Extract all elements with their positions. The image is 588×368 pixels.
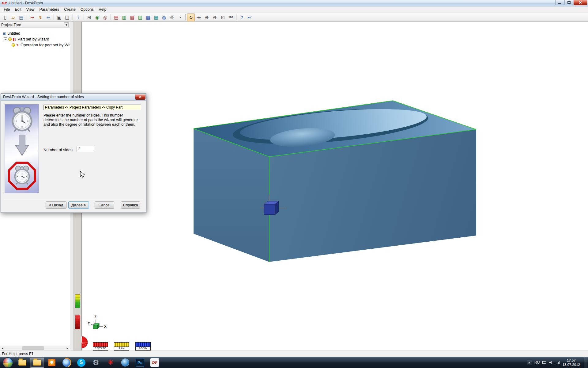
load-geometry-button[interactable]: ↦ bbox=[28, 13, 36, 21]
menu-edit[interactable]: Edit bbox=[12, 6, 24, 13]
view-rendered-button[interactable]: ◎ bbox=[101, 13, 109, 21]
display-tray-icon[interactable] bbox=[542, 361, 546, 364]
clock[interactable]: 17:57 13.07.2012 bbox=[562, 358, 580, 367]
taskbar-photoshop-button[interactable]: Ps bbox=[133, 358, 147, 368]
show-axes-button[interactable]: ◍ bbox=[160, 13, 168, 21]
pan-view-icon: ✛ bbox=[197, 15, 201, 20]
show-simulation-button[interactable]: ▨ bbox=[136, 13, 144, 21]
show-desktop-button[interactable] bbox=[584, 357, 587, 368]
cancel-button[interactable]: Cancel bbox=[95, 201, 114, 209]
taskbar-firefox-button[interactable] bbox=[59, 358, 74, 368]
scroll-thumb[interactable] bbox=[22, 346, 44, 350]
show-axes-icon: ◍ bbox=[162, 15, 166, 20]
load-geometry-icon: ↦ bbox=[30, 15, 34, 20]
pan-view-button[interactable]: ✛ bbox=[195, 13, 203, 21]
taskbar-cad-tool-button[interactable]: ⚙ bbox=[89, 358, 103, 368]
collapse-box-icon[interactable] bbox=[4, 37, 7, 41]
toolbar-separator bbox=[73, 14, 73, 20]
write-nc-program-button[interactable]: ↤ bbox=[44, 13, 52, 21]
zoom-in-button[interactable]: ⊕ bbox=[203, 13, 211, 21]
taskbar-skype-button[interactable]: S bbox=[74, 358, 88, 368]
tree-item-untitled[interactable]: ▣untitled bbox=[0, 30, 70, 36]
zoom-window-icon: ⊡ bbox=[221, 15, 225, 20]
print-preview-button[interactable]: ◫ bbox=[63, 13, 71, 21]
zoom-window-button[interactable]: ⊡ bbox=[219, 13, 227, 21]
show-part-button[interactable]: ▤ bbox=[112, 13, 120, 21]
speed-indicator-bar bbox=[75, 315, 80, 329]
close-button[interactable] bbox=[574, 0, 587, 5]
alarm-clock-illustration bbox=[8, 106, 36, 134]
collapse-panel-button[interactable] bbox=[64, 22, 69, 27]
back-button[interactable]: < Назад bbox=[46, 201, 66, 209]
machine-settings-icon: ⊛ bbox=[170, 15, 174, 20]
tree-item-operation[interactable]: ↯Operation for part set by Wizard. bbox=[0, 42, 70, 48]
part-wizard-button[interactable]: ↯ bbox=[36, 13, 44, 21]
menu-create[interactable]: Create bbox=[62, 6, 78, 13]
taskbar-browser-button[interactable] bbox=[118, 358, 132, 368]
language-indicator[interactable]: RU bbox=[534, 360, 540, 365]
status-text: For Help, press F1 bbox=[2, 352, 34, 356]
save-project-button[interactable]: ▤ bbox=[17, 13, 25, 21]
view-wireframe-button[interactable]: ◉ bbox=[93, 13, 101, 21]
viewport-3d[interactable] bbox=[81, 22, 588, 351]
show-geometry-button[interactable]: ▥ bbox=[120, 13, 128, 21]
pan-indicator-bar bbox=[114, 342, 129, 347]
info-button[interactable]: i bbox=[74, 13, 82, 21]
scroll-track[interactable] bbox=[5, 346, 65, 351]
taskbar-photo-viewer-button[interactable] bbox=[45, 358, 59, 368]
network-tray-icon[interactable] bbox=[556, 361, 560, 364]
show-block-button[interactable]: ▩ bbox=[144, 13, 152, 21]
write-nc-program-icon: ↤ bbox=[46, 15, 50, 20]
next-button[interactable]: Далее > bbox=[68, 201, 89, 209]
menu-parameters[interactable]: Parameters bbox=[37, 6, 62, 13]
tree-item-part[interactable]: ◧Part set by wizard bbox=[0, 36, 70, 42]
menu-options[interactable]: Options bbox=[78, 6, 96, 13]
start-button[interactable] bbox=[3, 358, 13, 367]
new-project-button[interactable]: ▯ bbox=[2, 13, 9, 21]
tray-time: 17:57 bbox=[562, 358, 580, 362]
part-wizard-icon: ↯ bbox=[38, 15, 42, 20]
open-project-button[interactable]: ▱ bbox=[9, 13, 17, 21]
menu-help[interactable]: Help bbox=[96, 6, 109, 13]
estimate-time-button[interactable]: ◔ bbox=[176, 13, 184, 21]
toolbar: ▯▱▤↦↯↤▣◫i⊞◉◎▤▥▧▨▩▦◍⊛◔↻✛⊕⊖⊡100?▸? bbox=[0, 13, 588, 22]
rotate-view-icon: ↻ bbox=[189, 15, 193, 20]
menu-view[interactable]: View bbox=[24, 6, 37, 13]
menu-file[interactable]: File bbox=[1, 6, 12, 13]
rotate-mode-indicator: ROTATE bbox=[93, 342, 108, 351]
libraries-icon bbox=[33, 360, 41, 366]
show-borders-button[interactable]: ▦ bbox=[152, 13, 160, 21]
dialog-close-button[interactable] bbox=[135, 94, 145, 100]
help-button[interactable]: Справка bbox=[121, 201, 140, 209]
taskbar-milling-tool-button[interactable]: ✳ bbox=[104, 358, 118, 368]
app-icon: ▣ bbox=[2, 32, 6, 35]
pan-mode-indicator: PAN bbox=[114, 342, 129, 351]
scroll-left-button[interactable] bbox=[0, 346, 5, 351]
taskbar-libraries-button[interactable] bbox=[30, 358, 44, 368]
number-of-sides-label: Number of sides: bbox=[43, 148, 74, 152]
show-toolpaths-button[interactable]: ▧ bbox=[128, 13, 136, 21]
maximize-button[interactable] bbox=[564, 0, 573, 5]
taskbar-deskproto-button[interactable]: DP bbox=[148, 358, 162, 368]
minimize-button[interactable] bbox=[555, 0, 564, 5]
tree-hscrollbar[interactable] bbox=[0, 346, 70, 351]
project-tree-header: Project Tree bbox=[0, 22, 70, 28]
help-button[interactable]: ? bbox=[238, 13, 246, 21]
hidden-icons-button[interactable] bbox=[527, 360, 532, 365]
taskbar-explorer-button[interactable] bbox=[15, 358, 29, 368]
show-borders-icon: ▦ bbox=[154, 15, 158, 20]
context-help-button[interactable]: ▸? bbox=[246, 13, 254, 21]
rotate-view-button[interactable]: ↻ bbox=[187, 13, 195, 21]
zoom-100-icon: 100 bbox=[228, 16, 233, 19]
scroll-right-button[interactable] bbox=[65, 346, 70, 351]
zoom-out-button[interactable]: ⊖ bbox=[211, 13, 219, 21]
machine-settings-button[interactable]: ⊛ bbox=[168, 13, 176, 21]
browser-icon bbox=[121, 358, 129, 366]
show-grid-button[interactable]: ⊞ bbox=[85, 13, 93, 21]
print-button[interactable]: ▣ bbox=[55, 13, 63, 21]
collapse-left-icon bbox=[65, 24, 67, 26]
number-of-sides-input[interactable] bbox=[77, 146, 95, 152]
dialog-title-bar[interactable]: DeskProto Wizard - Setting the number of… bbox=[1, 94, 146, 101]
zoom-100-button[interactable]: 100 bbox=[227, 13, 235, 21]
volume-tray-icon[interactable] bbox=[549, 361, 553, 364]
